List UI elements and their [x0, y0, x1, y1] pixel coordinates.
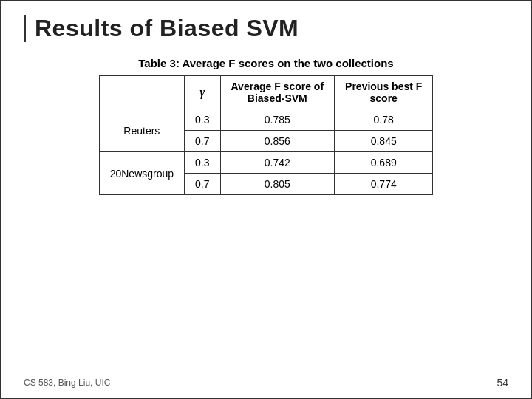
footer-citation: CS 583, Bing Liu, UIC	[24, 378, 110, 388]
header-prev-f: Previous best Fscore	[335, 76, 433, 109]
header-gamma: γ	[185, 76, 220, 109]
cell-reuters-gamma-2: 0.7	[185, 131, 220, 152]
header-avg-f: Average F score ofBiased-SVM	[220, 76, 335, 109]
title-bar: Results of Biased SVM	[24, 15, 508, 42]
slide-title: Results of Biased SVM	[35, 15, 299, 41]
cell-reuters-prev-1: 0.78	[335, 109, 433, 131]
newsgroup-label: 20Newsgroup	[99, 152, 184, 195]
cell-reuters-prev-2: 0.845	[335, 131, 433, 152]
slide: Results of Biased SVM Table 3: Average F…	[0, 0, 532, 399]
header-empty	[99, 76, 184, 109]
footer-page-number: 54	[497, 377, 508, 389]
table-caption: Table 3: Average F scores on the two col…	[138, 57, 393, 69]
cell-newsgroup-avg-2: 0.805	[220, 174, 335, 195]
cell-newsgroup-prev-2: 0.774	[335, 174, 433, 195]
content-area: Table 3: Average F scores on the two col…	[24, 57, 508, 195]
data-table: γ Average F score ofBiased-SVM Previous …	[99, 75, 434, 195]
cell-reuters-avg-2: 0.856	[220, 131, 335, 152]
reuters-label: Reuters	[99, 109, 184, 152]
cell-newsgroup-prev-1: 0.689	[335, 152, 433, 174]
footer: CS 583, Bing Liu, UIC 54	[24, 377, 508, 389]
cell-newsgroup-gamma-1: 0.3	[185, 152, 220, 174]
cell-newsgroup-avg-1: 0.742	[220, 152, 335, 174]
cell-newsgroup-gamma-2: 0.7	[185, 174, 220, 195]
table-row: Reuters 0.3 0.785 0.78	[99, 109, 433, 131]
cell-reuters-avg-1: 0.785	[220, 109, 335, 131]
cell-reuters-gamma-1: 0.3	[185, 109, 220, 131]
table-row: 20Newsgroup 0.3 0.742 0.689	[99, 152, 433, 174]
